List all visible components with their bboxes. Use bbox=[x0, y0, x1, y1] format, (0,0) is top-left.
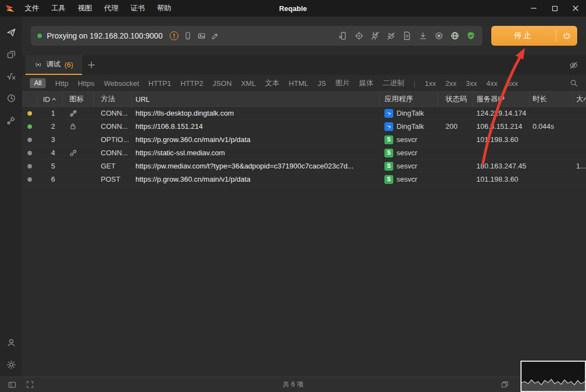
globe-icon[interactable] bbox=[450, 31, 460, 41]
shield-icon[interactable] bbox=[466, 31, 476, 41]
tab-debug-count: (6) bbox=[64, 61, 73, 69]
hide-preview-icon[interactable] bbox=[569, 55, 586, 75]
cell-method: CONN... bbox=[94, 120, 132, 133]
filter-http[interactable]: Http bbox=[55, 79, 68, 88]
cell-status bbox=[438, 173, 474, 186]
filter-4xx[interactable]: 4xx bbox=[486, 79, 497, 88]
filter-websocket[interactable]: Websocket bbox=[104, 79, 139, 88]
device-disconnect-icon[interactable] bbox=[338, 31, 348, 41]
cell-status bbox=[438, 146, 474, 159]
maximize-button[interactable] bbox=[544, 0, 565, 17]
side-panel-icon[interactable] bbox=[8, 380, 17, 389]
warning-icon[interactable]: ! bbox=[170, 31, 178, 40]
cell-duration: 0.044s bbox=[530, 120, 573, 133]
plug-off-icon[interactable] bbox=[370, 31, 380, 41]
header-method[interactable]: 方法 bbox=[94, 92, 132, 106]
table-row[interactable]: 4 CONN... https://static-ssl.mediav.com … bbox=[22, 146, 586, 160]
filter-html[interactable]: HTML bbox=[289, 79, 308, 88]
cell-id: 6 bbox=[37, 173, 63, 186]
filter-binary[interactable]: 二进制 bbox=[383, 78, 404, 88]
filter-http1[interactable]: HTTP1 bbox=[149, 79, 171, 88]
filter-media[interactable]: 媒体 bbox=[359, 78, 373, 88]
toolbox-icon[interactable] bbox=[0, 109, 22, 131]
header-url[interactable]: URL bbox=[132, 92, 380, 106]
cell-size bbox=[573, 120, 586, 133]
formula-icon[interactable] bbox=[0, 65, 22, 87]
api-debug-icon[interactable] bbox=[0, 21, 22, 43]
status-dot-idle bbox=[28, 138, 32, 142]
filter-3xx[interactable]: 3xx bbox=[466, 79, 477, 88]
filter-json[interactable]: JSON bbox=[213, 79, 232, 88]
cell-size bbox=[573, 173, 586, 186]
settings-icon[interactable] bbox=[0, 353, 22, 375]
cell-duration bbox=[530, 146, 573, 159]
cell-app: S sesvcr bbox=[380, 146, 438, 159]
filter-2xx[interactable]: 2xx bbox=[446, 79, 457, 88]
table-empty-area bbox=[22, 186, 586, 377]
cell-duration bbox=[530, 133, 573, 146]
table-row[interactable]: 1 CONN... https://tls-desktop.dingtalk.c… bbox=[22, 107, 586, 120]
header-status[interactable]: 状态码 bbox=[438, 92, 474, 106]
stop-button[interactable]: 停止 bbox=[491, 26, 577, 46]
bug-off-icon[interactable] bbox=[386, 31, 396, 41]
download-icon[interactable] bbox=[418, 31, 428, 41]
header-server-ip[interactable]: 服务器IP bbox=[474, 92, 530, 106]
filter-image[interactable]: 图片 bbox=[335, 78, 350, 88]
menu-file[interactable]: 文件 bbox=[19, 0, 45, 17]
filter-text[interactable]: 文本 bbox=[265, 78, 279, 88]
cell-app: DingTalk bbox=[380, 107, 438, 119]
filter-xml[interactable]: XML bbox=[241, 79, 256, 88]
edit-icon[interactable] bbox=[211, 32, 219, 40]
cell-url: https://p.grow.360.cn/main/v1/p/data bbox=[132, 133, 380, 146]
filter-all[interactable]: All bbox=[30, 78, 46, 88]
tab-debug[interactable]: 调试(6) bbox=[25, 55, 82, 75]
cell-method: CONN... bbox=[94, 107, 132, 119]
reqable-window: 文件 工具 视图 代理 证书 帮助 Reqable bbox=[0, 0, 586, 392]
float-window-icon[interactable] bbox=[501, 380, 509, 389]
collections-icon[interactable] bbox=[0, 43, 22, 65]
screenshot-icon[interactable] bbox=[197, 31, 206, 40]
proxy-status-box: Proxying on 192.168.20.100:9000 ! bbox=[31, 26, 482, 46]
menu-proxy[interactable]: 代理 bbox=[98, 0, 124, 17]
record-icon[interactable] bbox=[434, 31, 444, 41]
menu-view[interactable]: 视图 bbox=[72, 0, 98, 17]
cell-method: POST bbox=[94, 173, 132, 186]
header-duration[interactable]: 时长 bbox=[530, 92, 573, 106]
filter-js[interactable]: JS bbox=[318, 79, 326, 88]
table-row[interactable]: 2 CONN... https://106.8.151.214 DingTalk… bbox=[22, 120, 586, 133]
account-icon[interactable] bbox=[0, 331, 22, 353]
cell-app: S sesvcr bbox=[380, 160, 438, 172]
filter-https[interactable]: Https bbox=[78, 79, 94, 88]
close-button[interactable] bbox=[565, 0, 586, 17]
device-icon[interactable] bbox=[183, 31, 192, 40]
fullscreen-icon[interactable] bbox=[26, 380, 34, 389]
menu-help[interactable]: 帮助 bbox=[151, 0, 177, 17]
status-dot-success bbox=[28, 124, 32, 129]
header-size[interactable]: 大小 bbox=[573, 92, 586, 106]
cell-server-ip bbox=[474, 146, 530, 159]
power-icon[interactable] bbox=[556, 26, 577, 46]
search-icon[interactable] bbox=[569, 79, 578, 88]
menu-certificate[interactable]: 证书 bbox=[124, 0, 151, 17]
history-icon[interactable] bbox=[0, 87, 22, 109]
table-row[interactable]: 3 OPTIO... https://p.grow.360.cn/main/v1… bbox=[22, 133, 586, 146]
table-row[interactable]: 5 GET https://pw.mediav.com/t?type=36&ad… bbox=[22, 160, 586, 173]
menu-tools[interactable]: 工具 bbox=[45, 0, 72, 17]
dingtalk-icon bbox=[384, 109, 393, 118]
script-icon[interactable] bbox=[402, 31, 412, 41]
cell-url: https://p.grow.360.cn/main/v1/p/data bbox=[132, 173, 380, 186]
proxy-status-text: Proxying on 192.168.20.100:9000 bbox=[47, 31, 162, 40]
table-row[interactable]: 6 POST https://p.grow.360.cn/main/v1/p/d… bbox=[22, 173, 586, 186]
scope-icon[interactable] bbox=[354, 31, 364, 41]
filter-5xx[interactable]: 5xx bbox=[507, 79, 518, 88]
sesvcr-icon: S bbox=[384, 135, 393, 144]
minimize-button[interactable] bbox=[523, 0, 544, 17]
filter-1xx[interactable]: 1xx bbox=[425, 79, 436, 88]
add-tab-button[interactable] bbox=[82, 55, 101, 75]
cell-status bbox=[438, 160, 474, 172]
filter-http2[interactable]: HTTP2 bbox=[181, 79, 203, 88]
header-icon[interactable]: 图标 bbox=[63, 92, 94, 106]
cell-url: https://pw.mediav.com/t?type=36&adpopid=… bbox=[132, 160, 380, 172]
header-app[interactable]: 应用程序 bbox=[380, 92, 438, 106]
header-id[interactable]: ID bbox=[37, 92, 63, 106]
